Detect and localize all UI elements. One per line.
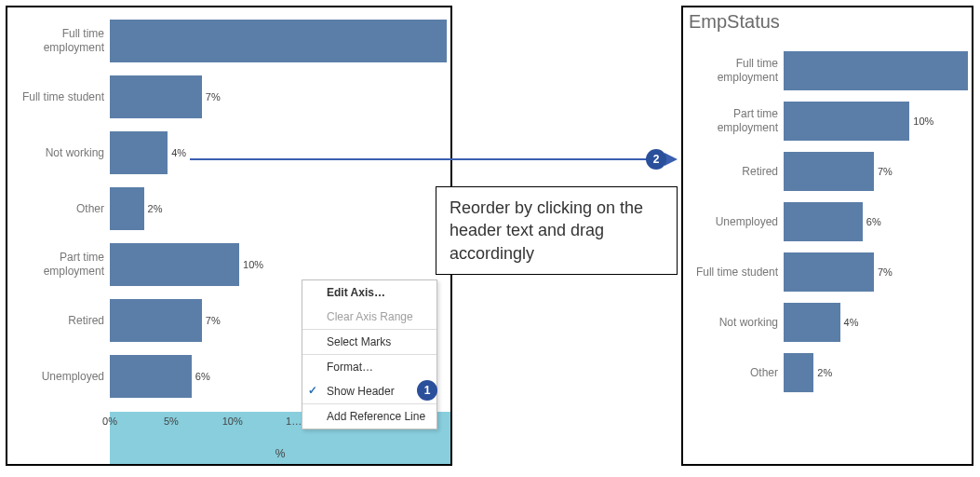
bar-pct: 2% (817, 367, 832, 378)
bar[interactable] (784, 152, 874, 191)
bar[interactable] (784, 252, 874, 292)
row-label[interactable]: Full timeemployment (7, 27, 110, 55)
row-label[interactable]: Full timeemployment (683, 57, 784, 85)
annotation-arrow (190, 158, 676, 160)
table-row: Other 2% (7, 181, 450, 237)
bar-pct: 6% (866, 216, 881, 227)
table-row: Other 2% (683, 348, 972, 398)
bar-area: 4% (110, 125, 450, 181)
bar-pct: 10% (243, 259, 263, 270)
bar[interactable] (784, 303, 840, 342)
axis-context-menu: Edit Axis… Clear Axis Range Select Marks… (302, 279, 437, 429)
row-label[interactable]: Retired (683, 165, 784, 179)
bar-pct: 7% (206, 91, 221, 102)
bar[interactable] (110, 131, 168, 175)
bar-area: 7% (784, 146, 972, 197)
arrow-head-icon (665, 153, 678, 166)
row-label[interactable]: Part timeemployment (683, 107, 784, 135)
row-label[interactable]: Not working (7, 146, 110, 160)
menu-item-select-marks[interactable]: Select Marks (302, 330, 436, 354)
bar-pct: 4% (844, 317, 859, 328)
x-axis-label: % (275, 447, 286, 460)
bar-area: 2% (784, 348, 972, 398)
bar[interactable] (110, 20, 447, 63)
row-label[interactable]: Full time student (7, 90, 110, 104)
bar[interactable] (110, 299, 202, 343)
tick: 10% (222, 416, 243, 427)
menu-item-edit-axis[interactable]: Edit Axis… (302, 280, 436, 305)
bar-area: 7% (110, 69, 450, 125)
tick: 0% (102, 416, 117, 427)
table-row: Full time student 7% (683, 247, 972, 297)
table-row: Full time student 7% (7, 69, 450, 125)
bar[interactable] (784, 51, 968, 90)
row-label[interactable]: Unemployed (7, 370, 110, 384)
instruction-callout: Reorder by clicking on the header text a… (436, 186, 678, 275)
bar-pct: 7% (206, 315, 221, 326)
bar[interactable] (784, 102, 909, 141)
row-label[interactable]: Unemployed (683, 215, 784, 229)
arrow-line-icon (190, 158, 676, 160)
step-badge-2: 2 (646, 149, 666, 170)
menu-item-label: Show Header (327, 385, 395, 398)
row-label[interactable]: Full time student (683, 266, 784, 279)
bar-area: 7% (784, 247, 972, 297)
bar-area (784, 46, 972, 96)
table-row: Full timeemployment (683, 46, 972, 96)
bar-pct: 2% (148, 203, 163, 214)
table-row: Retired 7% (683, 146, 972, 197)
bar-pct: 10% (913, 116, 933, 127)
bar[interactable] (784, 202, 863, 241)
right-chart-rows: Full timeemployment Part timeemployment … (683, 33, 972, 398)
right-chart-panel: EmpStatus Full timeemployment Part timee… (681, 6, 973, 466)
table-row: Unemployed 6% (683, 197, 972, 247)
row-label[interactable]: Retired (7, 314, 110, 328)
bar-pct: 6% (195, 371, 210, 382)
bar[interactable] (110, 187, 144, 231)
check-icon: ✓ (308, 384, 317, 397)
bar-area (110, 13, 450, 69)
menu-item-format[interactable]: Format… (302, 355, 436, 379)
table-row: Part timeemployment 10% (683, 96, 972, 146)
bar[interactable] (110, 75, 202, 119)
row-label[interactable]: Other (683, 366, 784, 380)
bar-area: 4% (784, 297, 972, 348)
bar-area: 10% (784, 96, 972, 146)
step-badge-1: 1 (417, 380, 437, 401)
bar-pct: 7% (878, 166, 893, 177)
bar[interactable] (784, 353, 813, 392)
bar-area: 6% (784, 197, 972, 247)
table-row: Not working 4% (683, 297, 972, 348)
menu-item-clear-axis-range: Clear Axis Range (302, 305, 436, 329)
menu-item-add-reference-line[interactable]: Add Reference Line (302, 404, 436, 429)
bar-area: 2% (110, 181, 450, 237)
row-label[interactable]: Other (7, 202, 110, 216)
tick: 5% (164, 416, 179, 427)
table-row: Full timeemployment (7, 13, 450, 69)
chart-title: EmpStatus (683, 7, 972, 33)
bar-pct: 7% (878, 266, 893, 278)
row-label[interactable]: Not working (683, 316, 784, 330)
bar[interactable] (110, 243, 239, 287)
row-label[interactable]: Part timeemployment (7, 251, 110, 279)
bar-pct: 4% (171, 147, 186, 158)
table-row: Not working 4% (7, 125, 450, 181)
bar[interactable] (110, 355, 192, 399)
tick: 1… (286, 416, 302, 427)
